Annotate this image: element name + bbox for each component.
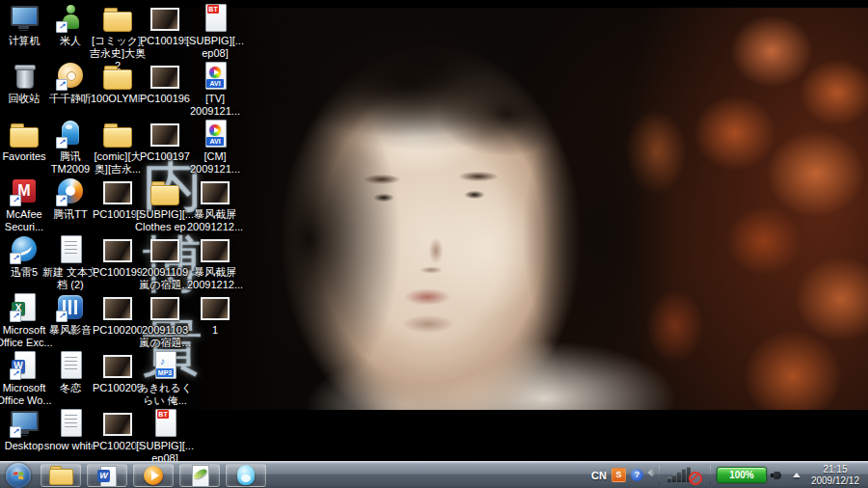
shortcut-arrow-icon <box>10 311 21 322</box>
battery-indicator[interactable]: 100% <box>717 467 767 483</box>
photo-icon <box>101 235 134 264</box>
shortcut-arrow-icon <box>56 79 68 91</box>
tray-icon-cluster: CN S ? <box>585 468 653 482</box>
badge-avi: AVI <box>206 79 224 88</box>
explorer-icon <box>47 465 74 486</box>
clock-time: 21:15 <box>811 464 859 475</box>
badge-avi: AVI <box>206 137 224 146</box>
qq-icon <box>232 465 259 486</box>
folder-icon <box>149 177 181 206</box>
shortcut-arrow-icon <box>10 253 21 264</box>
textdoc-icon <box>54 235 87 264</box>
start-button[interactable] <box>0 462 37 488</box>
xunlei-icon <box>8 235 41 264</box>
avi-icon: AVI <box>199 120 231 149</box>
tt-icon <box>54 177 87 206</box>
computer-icon <box>8 4 41 33</box>
shortcut-arrow-icon <box>10 426 21 438</box>
desktop-icon-label: 暴风截屏20091212... <box>185 208 245 233</box>
tray-divider <box>710 466 711 485</box>
desktop-icon-storm-capture-20091212-b[interactable]: 暴风截屏20091212... <box>185 235 245 291</box>
taskbar-explorer-button[interactable] <box>41 464 81 487</box>
taskbar: W CN S ? 100% 21:15 2009/12/12 <box>0 461 868 488</box>
desktop-icon-subpig-ep08-torrent[interactable]: BT[SUBPIG][...ep08] <box>185 4 245 60</box>
play <box>214 127 219 133</box>
photo-icon <box>149 120 181 149</box>
language-indicator[interactable]: CN <box>591 470 607 481</box>
shortcut-arrow-icon <box>10 195 21 206</box>
shortcut-arrow-icon <box>56 137 68 149</box>
folder-icon <box>101 120 134 149</box>
person-icon <box>54 4 87 33</box>
shortcut-arrow-icon <box>56 195 68 206</box>
bt-icon: BT <box>149 409 181 438</box>
desktop-icon-subpig-ep08-torrent-2[interactable]: BT[SUBPIG][...ep08] <box>135 409 195 461</box>
windows-flag-icon <box>12 469 25 482</box>
taskbar-media-player-button[interactable] <box>133 464 174 487</box>
badge-bt: BT <box>157 410 169 419</box>
word-letter-badge: W <box>97 470 110 482</box>
ime-mini-pen-icon[interactable] <box>648 469 656 476</box>
taskbar-word-button[interactable]: W <box>87 464 127 487</box>
power-plug-icon <box>771 470 784 481</box>
clock-date: 2009/12/12 <box>811 475 859 487</box>
photo-icon <box>149 4 181 33</box>
signal-bars-icon <box>667 467 691 482</box>
photo-icon <box>101 409 134 438</box>
desktop-icon-label: あきれるくらい 俺... <box>135 382 195 407</box>
system-tray: CN S ? 100% 21:15 2009/12/12 <box>585 462 868 488</box>
badge-mp3: MP3 <box>156 368 174 377</box>
desktop-icon-tv-2009112x-avi[interactable]: AVI[TV]2009121... <box>185 62 245 118</box>
avi-icon: AVI <box>199 62 231 91</box>
bt-icon: BT <box>199 4 231 33</box>
wordfile-icon: W <box>8 351 41 380</box>
no-network-badge-icon <box>689 472 702 485</box>
up-arrow-icon <box>793 473 800 477</box>
desktopmon-icon <box>8 409 41 438</box>
shortcut-arrow-icon <box>56 21 68 33</box>
photo-icon <box>149 62 181 91</box>
photo-icon <box>101 177 134 206</box>
mcafee-icon: M <box>8 177 41 206</box>
textdoc-icon <box>54 351 87 380</box>
textdoc-icon <box>54 409 87 438</box>
tray-divider <box>659 466 660 485</box>
desktop-icon-label: 暴风截屏20091212... <box>185 266 245 291</box>
desktop-icon-label: 1 <box>185 324 245 337</box>
photo-icon <box>101 293 134 322</box>
folder-icon <box>101 62 134 91</box>
badge-bt: BT <box>207 5 219 14</box>
desktop-icon-storm-capture-20091212-a[interactable]: 暴风截屏20091212... <box>185 177 245 233</box>
shortcut-arrow-icon <box>10 368 21 380</box>
desktop-icon-label: [CM]2009121... <box>185 150 245 176</box>
word-icon: W <box>94 465 121 486</box>
folder-icon <box>8 120 41 149</box>
photo-icon <box>199 177 231 206</box>
clock[interactable]: 21:15 2009/12/12 <box>805 464 864 487</box>
help-tray-icon[interactable]: ? <box>631 469 643 481</box>
desktop[interactable]: 内 博 貴 计算机回收站FavoritesMMcAfeeSecuri...迅雷5… <box>0 0 868 461</box>
taskbar-buttons: W <box>41 464 266 487</box>
mp3-icon: MP3 <box>149 351 181 380</box>
taskbar-text-editor-button[interactable] <box>179 464 220 487</box>
photo-icon <box>199 235 231 264</box>
text-editor-icon <box>186 465 213 486</box>
windows-orb-icon <box>6 463 31 488</box>
photo-icon <box>149 293 181 322</box>
desktop-icon-akireru-kurai-mp3[interactable]: MP3あきれるくらい 俺... <box>135 351 195 407</box>
desktop-icon-one[interactable]: 1 <box>185 293 245 337</box>
photo-icon <box>199 293 231 322</box>
cd-icon <box>54 62 87 91</box>
storm-icon <box>54 293 87 322</box>
sogou-ime-icon[interactable]: S <box>611 468 626 482</box>
show-hidden-icons-button[interactable] <box>790 468 803 483</box>
desktop-icon-cm-2009112x-avi[interactable]: AVI[CM]2009121... <box>185 120 245 176</box>
play <box>214 69 219 75</box>
note <box>160 357 165 366</box>
taskbar-qq-button[interactable] <box>226 464 266 487</box>
tm-icon <box>54 120 87 149</box>
network-status-icon[interactable] <box>665 467 704 484</box>
photo-icon <box>149 235 181 264</box>
photo-icon <box>101 351 134 380</box>
media-player-icon <box>140 465 167 486</box>
